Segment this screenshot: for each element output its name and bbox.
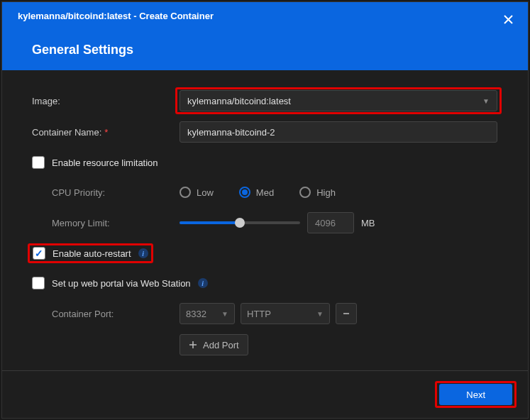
container-port-label: Container Port: [32, 309, 180, 319]
web-portal-label: Set up web portal via Web Station [52, 278, 191, 289]
auto-restart-checkbox[interactable] [33, 247, 45, 260]
container-port-row: Container Port: 8332 ▼ HTTP ▼ [32, 303, 498, 324]
web-portal-row: Set up web portal via Web Station i [32, 273, 498, 293]
mb-unit: MB [361, 218, 375, 228]
create-container-dialog: kylemanna/bitcoind:latest - Create Conta… [1, 1, 529, 419]
image-row: Image: kylemanna/bitcoind:latest ▼ [32, 90, 498, 111]
next-button[interactable]: Next [439, 384, 512, 405]
section-title: General Settings [32, 43, 133, 57]
cpu-high-radio[interactable]: High [299, 187, 336, 198]
radio-icon [299, 187, 311, 198]
info-icon[interactable]: i [138, 248, 148, 258]
image-highlight: kylemanna/bitcoind:latest ▼ [180, 90, 497, 111]
radio-icon [239, 187, 250, 198]
add-port-button[interactable]: Add Port [180, 334, 248, 355]
cpu-low-radio[interactable]: Low [180, 187, 214, 198]
plus-icon [189, 341, 197, 349]
minus-icon [342, 309, 350, 318]
cpu-priority-row: CPU Priority: Low Med High [32, 182, 498, 202]
dialog-footer: Next [2, 370, 528, 418]
memory-limit-label: Memory Limit: [32, 218, 180, 228]
window-title: kylemanna/bitcoind:latest - Create Conta… [2, 2, 528, 21]
memory-limit-row: Memory Limit: MB [32, 212, 498, 233]
info-icon[interactable]: i [198, 278, 208, 288]
close-icon [504, 15, 513, 24]
add-port-row: Add Port [32, 334, 498, 355]
container-name-row: Container Name: * [32, 121, 498, 143]
dialog-header: kylemanna/bitcoind:latest - Create Conta… [2, 2, 528, 70]
slider-fill [180, 221, 240, 224]
memory-slider[interactable] [180, 221, 300, 224]
auto-restart-row: Enable auto-restart i [28, 243, 498, 263]
cpu-priority-label: CPU Priority: [32, 187, 180, 198]
chevron-down-icon: ▼ [316, 310, 324, 318]
container-name-label-text: Container Name: [32, 127, 101, 138]
remove-port-button[interactable] [336, 303, 357, 324]
web-portal-checkbox[interactable] [32, 277, 45, 289]
image-select-value: kylemanna/bitcoind:latest [187, 96, 291, 106]
chevron-down-icon: ▼ [221, 310, 228, 318]
cpu-priority-radio-group: Low Med High [180, 187, 336, 198]
resource-limitation-row: Enable resource limitation [32, 153, 498, 172]
container-name-input[interactable] [180, 121, 497, 143]
cpu-high-label: High [316, 187, 336, 198]
slider-thumb [235, 218, 245, 228]
next-highlight: Next [439, 384, 512, 405]
protocol-select[interactable]: HTTP ▼ [241, 303, 330, 324]
cpu-low-label: Low [197, 187, 214, 198]
resource-limitation-checkbox[interactable] [32, 156, 45, 169]
add-port-label: Add Port [203, 340, 239, 350]
chevron-down-icon: ▼ [482, 97, 490, 105]
port-number-select[interactable]: 8332 ▼ [180, 303, 235, 324]
resource-limitation-label: Enable resource limitation [52, 158, 158, 168]
container-name-label: Container Name: * [32, 127, 180, 138]
dialog-body: Image: kylemanna/bitcoind:latest ▼ Conta… [2, 70, 528, 370]
radio-icon [180, 187, 191, 198]
memory-input[interactable] [307, 212, 354, 233]
cpu-med-radio[interactable]: Med [239, 187, 274, 198]
protocol-value: HTTP [247, 309, 271, 319]
image-select[interactable]: kylemanna/bitcoind:latest ▼ [180, 90, 497, 111]
port-value: 8332 [186, 309, 206, 319]
required-marker: * [104, 127, 108, 138]
cpu-med-label: Med [256, 187, 274, 198]
auto-restart-highlight: Enable auto-restart i [28, 243, 153, 263]
close-button[interactable] [501, 12, 515, 26]
auto-restart-label: Enable auto-restart [53, 248, 131, 259]
image-label: Image: [32, 96, 180, 106]
